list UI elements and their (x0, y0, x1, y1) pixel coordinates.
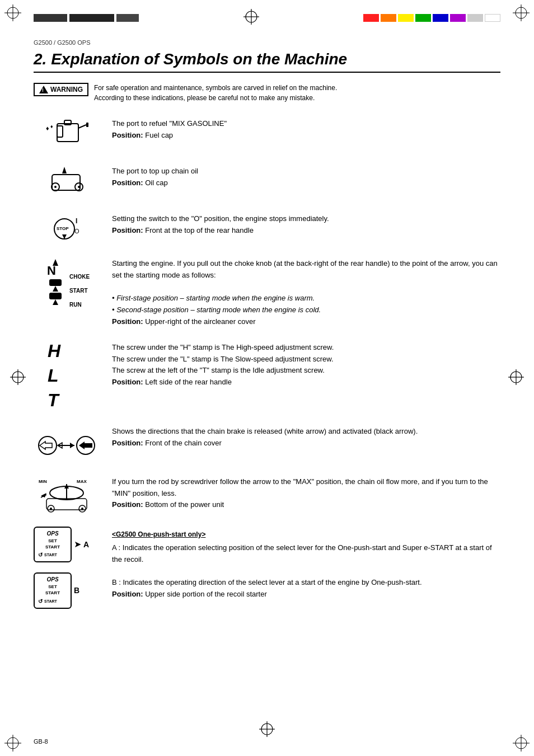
reg-mark-tl (4, 4, 21, 21)
stop-position-value: Front at the top of the rear handle (145, 226, 254, 234)
minmax-position-label: Position: (112, 500, 143, 509)
main-content: G2500 / G2500 OPS 2. Explanation of Symb… (34, 39, 500, 722)
chainbrake-icon (34, 423, 101, 462)
stop-icon: STOP I O (34, 210, 101, 244)
symbol-row-hlt: H L T The screw under the "H" stamp is T… (34, 339, 500, 412)
svg-point-49 (39, 436, 57, 454)
choke-bullet1: • First-stage position – starting mode w… (112, 294, 315, 302)
ops-desc-b: B : Indicates the operating direction of… (112, 578, 422, 586)
warning-badge: WARNING (34, 83, 88, 96)
fuel-position-label: Position: (112, 131, 143, 139)
svg-rect-47 (49, 293, 62, 299)
ops-b-box: OPS SET START ↺ START (34, 572, 72, 608)
chainbrake-text: Shows the directions that the chain brak… (112, 423, 500, 449)
warning-triangle-icon (39, 86, 48, 93)
top-bar-left-blocks (34, 14, 139, 22)
ops-icons-col: OPS SET START ↺ START ➤ A OPS SET START (34, 527, 101, 609)
oil-position-value: Oil cap (145, 179, 167, 187)
warning-box: WARNING For safe operation and maintenan… (34, 83, 500, 103)
choke-icon: N CHOKE START RUN (34, 255, 101, 311)
svg-text:MIN: MIN (39, 479, 47, 484)
svg-point-36 (78, 186, 80, 188)
fuel-description: The port to refuel "MIX GASOLINE" (112, 119, 227, 128)
hlt-text: The screw under the "H" stamp is The Hig… (112, 339, 500, 388)
top-bar-right-blocks (363, 14, 500, 22)
svg-text:I: I (76, 217, 77, 225)
choke-description: Starting the engine. If you pull out the… (112, 259, 498, 279)
svg-rect-30 (57, 126, 63, 137)
svg-text:♦: ♦ (50, 124, 53, 129)
warning-text: For safe operation and maintenance, symb… (94, 83, 337, 103)
stop-text: Setting the switch to the "O" position, … (112, 210, 500, 237)
svg-rect-45 (49, 279, 62, 286)
ops-desc-a: A : Indicates the operation selecting po… (112, 543, 492, 564)
ops-a-row: OPS SET START ↺ START ➤ A (34, 527, 101, 562)
choke-text: Starting the engine. If you pull out the… (112, 255, 500, 328)
crosshair-top-center (243, 9, 259, 27)
minmax-description: If you turn the rod by screwdriver follo… (112, 477, 488, 497)
ops-position-value: Upper side portion of the recoil starter (145, 590, 267, 598)
ops-a-box: OPS SET START ↺ START (34, 527, 72, 562)
hlt-position-value: Left side of the rear handle (145, 378, 232, 386)
oil-text: The port to top up chain oil Position: O… (112, 163, 500, 189)
reg-mark-br (513, 735, 530, 752)
l-letter: L (48, 367, 59, 384)
symbol-row-oil: The port to top up chain oil Position: O… (34, 163, 500, 199)
symbol-row-ops: OPS SET START ↺ START ➤ A OPS SET START (34, 527, 500, 609)
fuel-position-value: Fuel cap (145, 131, 173, 139)
symbol-row-minmax: MIN MAX If you turn the rod by scr (34, 473, 500, 515)
hlt-description: The screw under the "H" stamp is The Hig… (112, 343, 334, 375)
svg-marker-50 (40, 442, 52, 449)
svg-marker-31 (62, 167, 67, 173)
page-number: GB-8 (34, 738, 48, 745)
oil-description: The port to top up chain oil (112, 167, 198, 175)
svg-text:MAX: MAX (77, 479, 87, 484)
svg-marker-48 (53, 299, 58, 305)
h-letter: H (48, 342, 60, 360)
chainbrake-position-value: Front of the chain cover (145, 439, 222, 447)
svg-text:N: N (47, 264, 56, 278)
oil-icon (34, 163, 101, 199)
start-label: START (69, 288, 90, 294)
fuel-text: The port to refuel "MIX GASOLINE" Positi… (112, 115, 500, 142)
ops-text: <G2500 One-push-start only> A : Indicate… (112, 527, 500, 600)
svg-marker-52 (79, 442, 92, 449)
page-title: 2. Explanation of Symbols on the Machine (34, 50, 500, 73)
top-bar (34, 10, 500, 26)
choke-bullet2: • Second-stage position – starting mode … (112, 306, 321, 314)
hlt-icon: H L T (34, 339, 101, 412)
crosshair-right-mid (508, 369, 524, 387)
symbol-row-choke: N CHOKE START RUN Starting the engine. I… (34, 255, 500, 328)
crosshair-left-mid (10, 369, 26, 387)
t-letter: T (48, 391, 59, 409)
svg-text:STOP: STOP (57, 226, 69, 231)
warning-label: WARNING (50, 86, 83, 93)
minmax-icon: MIN MAX (34, 473, 101, 515)
svg-text:O: O (74, 228, 79, 234)
hlt-position-label: Position: (112, 378, 143, 386)
svg-point-65 (81, 508, 83, 510)
ops-subtitle: <G2500 One-push-start only> (112, 529, 500, 540)
svg-marker-54 (70, 443, 74, 448)
run-label: RUN (69, 302, 90, 308)
svg-rect-32 (52, 175, 80, 190)
minmax-text: If you turn the rod by screwdriver follo… (112, 473, 500, 511)
svg-point-35 (54, 186, 57, 188)
ops-b-label: B (74, 586, 79, 595)
chainbrake-position-label: Position: (112, 439, 143, 447)
ops-position-label: Position: (112, 590, 143, 598)
chainbrake-description: Shows the directions that the chain brak… (112, 427, 418, 435)
choke-label: CHOKE (69, 274, 90, 280)
svg-text:♦: ♦ (46, 125, 49, 132)
ops-a-arrow: ➤ (74, 539, 81, 550)
minmax-position-value: Bottom of the power unit (145, 500, 224, 509)
svg-marker-46 (53, 286, 58, 292)
choke-position-label: Position: (112, 317, 143, 326)
fuel-icon: ♦ ♦ (34, 115, 101, 152)
symbol-row-fuel: ♦ ♦ The port to refuel "MIX GASOLINE" Po… (34, 115, 500, 152)
svg-line-28 (78, 125, 86, 128)
symbol-row-stop: STOP I O Setting the switch to the "O" p… (34, 210, 500, 244)
ops-a-label: A (83, 540, 89, 549)
ops-b-row: OPS SET START ↺ START B (34, 572, 101, 608)
crosshair-bottom-center (259, 721, 275, 739)
